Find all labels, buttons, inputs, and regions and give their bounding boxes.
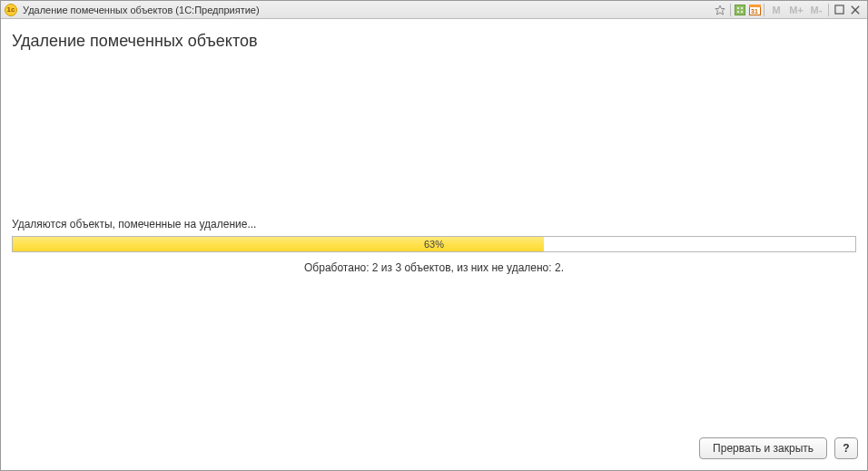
favorite-icon[interactable] [712, 3, 728, 17]
content-area: Удаление помеченных объектов Удаляются о… [1, 19, 867, 434]
progress-bar: 63% [12, 236, 856, 252]
svg-rect-1 [834, 5, 843, 14]
app-icon-text: 1c [7, 5, 15, 14]
status-text: Удаляются объекты, помеченные на удалени… [12, 218, 856, 231]
svg-marker-0 [715, 5, 725, 15]
footer: Прервать и закрыть ? [1, 434, 867, 470]
calendar-icon[interactable]: 31 [747, 3, 762, 17]
titlebar-separator [764, 4, 764, 16]
titlebar-separator [828, 4, 829, 16]
progress-area: Удаляются объекты, помеченные на удалени… [12, 218, 856, 274]
grid-icon[interactable] [733, 4, 747, 16]
memory-mplus-button[interactable]: M+ [786, 3, 806, 17]
close-icon[interactable] [847, 3, 863, 17]
progress-summary: Обработано: 2 из 3 объектов, из них не у… [12, 261, 856, 274]
help-button[interactable]: ? [834, 437, 858, 459]
window-root: 1c Удаление помеченных объектов (1С:Пред… [0, 0, 868, 471]
memory-m-button[interactable]: M [766, 3, 786, 17]
titlebar-icons: 31 M M+ M- [712, 3, 863, 17]
maximize-icon[interactable] [831, 3, 847, 17]
calendar-day: 31 [751, 8, 758, 15]
page-title: Удаление помеченных объектов [12, 32, 856, 51]
app-icon: 1c [5, 4, 17, 16]
memory-mminus-button[interactable]: M- [806, 3, 826, 17]
titlebar-separator [730, 4, 731, 16]
abort-close-button[interactable]: Прервать и закрыть [699, 437, 827, 459]
progress-percent-label: 63% [13, 237, 855, 251]
window-title: Удаление помеченных объектов (1С:Предпри… [23, 5, 260, 15]
titlebar: 1c Удаление помеченных объектов (1С:Пред… [1, 1, 867, 19]
